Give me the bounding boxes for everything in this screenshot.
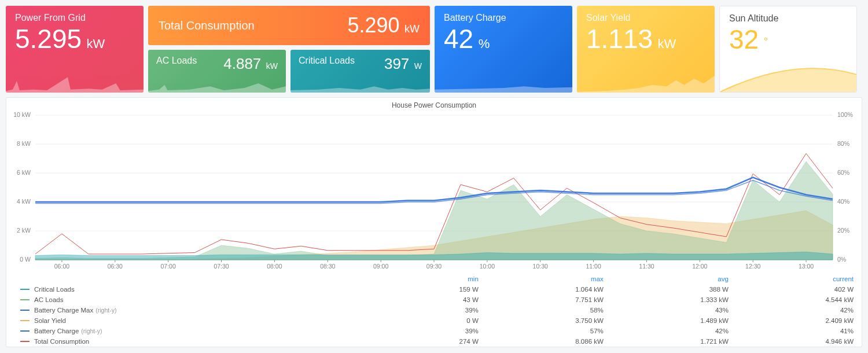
legend-stat: 1.489 kW bbox=[612, 315, 737, 326]
legend-stat: 4.946 kW bbox=[737, 336, 862, 347]
card-value-wrap: 5.295 kW bbox=[15, 24, 134, 54]
svg-text:06:30: 06:30 bbox=[108, 263, 123, 270]
stat-cards-row: Power From Grid 5.295 kW Total Consumpti… bbox=[6, 6, 862, 93]
sparkline bbox=[577, 69, 715, 93]
svg-text:11:00: 11:00 bbox=[586, 263, 601, 270]
legend-stat: 402 W bbox=[737, 284, 862, 295]
svg-text:6 kW: 6 kW bbox=[17, 169, 31, 176]
svg-text:09:30: 09:30 bbox=[426, 263, 442, 270]
card-title: Battery Charge bbox=[444, 13, 563, 23]
legend-stat: 2.409 kW bbox=[737, 315, 862, 326]
chart-area[interactable]: 0 W2 kW4 kW6 kW8 kW10 kW0%20%40%60%80%10… bbox=[6, 111, 862, 274]
legend-stat: 7.751 kW bbox=[487, 295, 612, 305]
sparkline bbox=[6, 69, 144, 93]
svg-text:10:00: 10:00 bbox=[480, 263, 495, 270]
svg-text:80%: 80% bbox=[837, 140, 849, 147]
legend-stat: 0 W bbox=[390, 315, 486, 326]
legend-table: minmaxavgcurrent Critical Loads159 W1.06… bbox=[6, 274, 862, 347]
svg-text:100%: 100% bbox=[837, 111, 853, 118]
card-value: 32 bbox=[729, 24, 759, 54]
card-unit: % bbox=[479, 36, 490, 51]
card-unit: kW bbox=[87, 36, 105, 51]
legend-stat: 58% bbox=[487, 305, 612, 315]
svg-text:08:00: 08:00 bbox=[267, 263, 282, 270]
legend-stat: 39% bbox=[390, 305, 486, 315]
card-value-wrap: 32 ° bbox=[729, 25, 847, 54]
svg-text:2 kW: 2 kW bbox=[17, 227, 31, 234]
svg-text:20%: 20% bbox=[837, 227, 849, 234]
card-battery-charge[interactable]: Battery Charge 42 % bbox=[435, 6, 572, 93]
svg-text:07:30: 07:30 bbox=[214, 263, 229, 270]
legend-row[interactable]: Total Consumption274 W8.086 kW1.721 kW4.… bbox=[6, 336, 862, 347]
card-critical-loads[interactable]: Critical Loads 397 W bbox=[290, 50, 430, 93]
legend-stat: 43% bbox=[612, 305, 737, 315]
legend-stat: 274 W bbox=[390, 336, 486, 347]
legend-row[interactable]: AC Loads43 W7.751 kW1.333 kW4.544 kW bbox=[6, 295, 862, 305]
svg-text:11:30: 11:30 bbox=[639, 263, 654, 270]
card-title: Critical Loads bbox=[299, 56, 355, 66]
sparkline bbox=[290, 69, 430, 93]
svg-text:4 kW: 4 kW bbox=[17, 198, 31, 205]
card-sun-altitude[interactable]: Sun Altitude 32 ° bbox=[719, 6, 857, 93]
chart-svg: 0 W2 kW4 kW6 kW8 kW10 kW0%20%40%60%80%10… bbox=[6, 111, 862, 274]
card-value: 5.295 bbox=[15, 24, 82, 54]
legend-row[interactable]: Battery Charge(right-y)39%57%42%41% bbox=[6, 326, 862, 336]
legend-stat: 1.333 kW bbox=[612, 295, 737, 305]
card-value-wrap: 5.290 kW bbox=[347, 14, 420, 37]
legend-header[interactable]: current bbox=[737, 274, 862, 284]
dashboard: Power From Grid 5.295 kW Total Consumpti… bbox=[6, 6, 862, 347]
legend-header[interactable]: avg bbox=[612, 274, 737, 284]
legend-header[interactable]: max bbox=[487, 274, 612, 284]
svg-text:10 kW: 10 kW bbox=[13, 111, 31, 118]
svg-text:08:30: 08:30 bbox=[320, 263, 335, 270]
card-solar-yield[interactable]: Solar Yield 1.113 kW bbox=[577, 6, 715, 93]
legend-stat: 43 W bbox=[390, 295, 486, 305]
svg-text:12:00: 12:00 bbox=[692, 263, 707, 270]
legend-stat: 1.721 kW bbox=[612, 336, 737, 347]
svg-text:13:00: 13:00 bbox=[799, 263, 814, 270]
legend-row[interactable]: Battery Charge Max(right-y)39%58%43%42% bbox=[6, 305, 862, 315]
card-title: AC Loads bbox=[156, 56, 197, 66]
card-value: 42 bbox=[444, 24, 473, 54]
legend-row[interactable]: Solar Yield0 W3.750 kW1.489 kW2.409 kW bbox=[6, 315, 862, 326]
card-unit: kW bbox=[658, 36, 676, 51]
sun-arc bbox=[720, 60, 856, 92]
legend-stat: 57% bbox=[487, 326, 612, 336]
sparkline bbox=[435, 69, 572, 93]
card-value: 5.290 bbox=[347, 13, 399, 37]
legend-stat: 159 W bbox=[390, 284, 486, 295]
sparkline bbox=[148, 69, 286, 93]
card-total-consumption[interactable]: Total Consumption 5.290 kW bbox=[148, 6, 430, 45]
card-unit: ° bbox=[764, 36, 768, 47]
chart-panel: House Power Consumption 0 W2 kW4 kW6 kW8… bbox=[6, 97, 862, 347]
svg-text:12:30: 12:30 bbox=[745, 263, 760, 270]
card-value: 1.113 bbox=[586, 24, 653, 54]
card-title: Sun Altitude bbox=[729, 13, 847, 24]
legend-stat: 39% bbox=[390, 326, 486, 336]
card-power-from-grid[interactable]: Power From Grid 5.295 kW bbox=[6, 6, 144, 93]
card-ac-loads[interactable]: AC Loads 4.887 kW bbox=[148, 50, 286, 93]
legend-stat: 388 W bbox=[612, 284, 737, 295]
legend-stat: 8.086 kW bbox=[487, 336, 612, 347]
card-value-wrap: 42 % bbox=[444, 24, 563, 54]
card-unit: kW bbox=[404, 23, 420, 35]
card-title: Total Consumption bbox=[159, 19, 255, 32]
legend-stat: 4.544 kW bbox=[737, 295, 862, 305]
legend-stat: 42% bbox=[612, 326, 737, 336]
legend-row[interactable]: Critical Loads159 W1.064 kW388 W402 W bbox=[6, 284, 862, 295]
svg-text:07:00: 07:00 bbox=[161, 263, 176, 270]
card-value-wrap: 1.113 kW bbox=[586, 24, 705, 54]
legend-header[interactable]: min bbox=[390, 274, 486, 284]
svg-text:40%: 40% bbox=[837, 198, 849, 205]
card-sub-row: AC Loads 4.887 kW Critical Loads 397 W bbox=[148, 50, 430, 93]
svg-text:0 W: 0 W bbox=[20, 256, 31, 263]
svg-text:0%: 0% bbox=[837, 256, 846, 263]
svg-text:10:30: 10:30 bbox=[533, 263, 548, 270]
svg-text:09:00: 09:00 bbox=[373, 263, 388, 270]
legend-stat: 1.064 kW bbox=[487, 284, 612, 295]
svg-text:06:00: 06:00 bbox=[54, 263, 69, 270]
card-total-and-subs: Total Consumption 5.290 kW AC Loads 4.88… bbox=[148, 6, 430, 93]
legend-stat: 42% bbox=[737, 305, 862, 315]
card-title: Power From Grid bbox=[15, 13, 134, 23]
svg-text:8 kW: 8 kW bbox=[17, 140, 31, 147]
